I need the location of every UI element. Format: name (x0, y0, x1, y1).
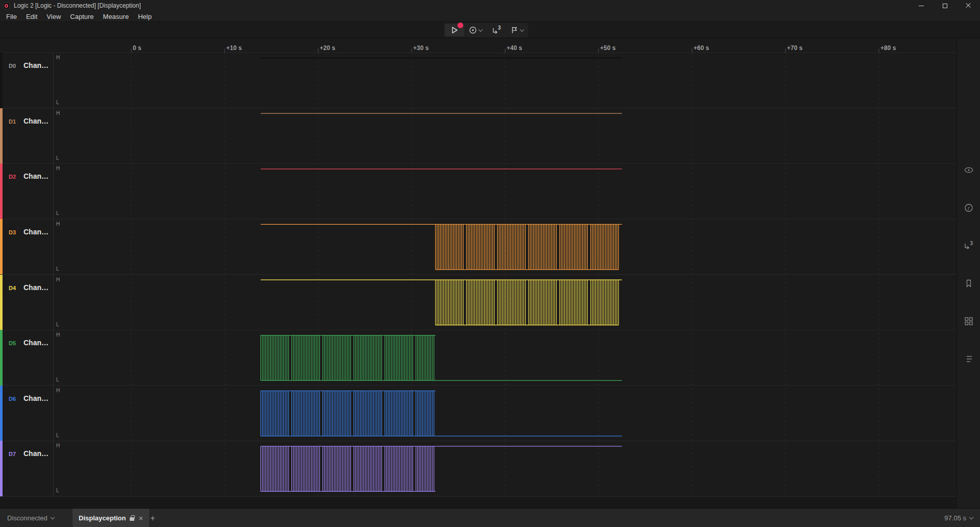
notes-list-icon[interactable] (963, 353, 974, 365)
capture-duration-dropdown[interactable]: 97.05 s (944, 509, 973, 527)
new-tab-button[interactable]: + (146, 509, 159, 527)
timeline-tick-label: 0 s (133, 44, 141, 52)
capture-duration-label: 97.05 s (944, 514, 966, 522)
close-icon (965, 3, 971, 9)
waveform-d3 (261, 224, 622, 270)
analyzers-icon[interactable]: 3 (963, 240, 974, 251)
menu-file[interactable]: File (2, 11, 21, 22)
start-capture-button[interactable] (445, 24, 464, 36)
menu-capture[interactable]: Capture (65, 11, 98, 22)
timeline-tick-label: +70 s (787, 44, 802, 52)
close-button[interactable] (957, 0, 980, 11)
capture-mode-dropdown[interactable] (507, 24, 527, 36)
horizontal-scrollbar[interactable] (0, 496, 957, 508)
record-dot (458, 22, 463, 28)
timeline-tick-label: +10 s (226, 44, 242, 52)
chevron-down-icon (520, 27, 524, 31)
analyzers-icon: 3 (492, 27, 501, 34)
eye-icon[interactable] (963, 164, 974, 176)
app-icon (3, 3, 10, 9)
svg-text:ƒ: ƒ (967, 206, 969, 210)
maximize-icon (943, 4, 947, 8)
maximize-button[interactable] (933, 0, 957, 11)
minimize-button[interactable] (910, 0, 933, 11)
timeline-tick-label: +80 s (880, 44, 896, 52)
chevron-down-icon (479, 27, 483, 31)
tab-close-button[interactable]: × (138, 514, 143, 522)
device-dropdown[interactable] (465, 24, 486, 36)
device-status-dropdown[interactable]: Disconnected (7, 509, 54, 527)
timeline-tick-label: +20 s (320, 44, 335, 52)
toolbar: 3 (0, 22, 980, 38)
timeline-tick-label: +40 s (507, 44, 522, 52)
timeline-tick-label: +30 s (413, 44, 428, 52)
waveform-d5 (261, 336, 622, 381)
waveform-canvas[interactable] (0, 53, 957, 496)
window-controls (910, 0, 980, 11)
menu-measure[interactable]: Measure (99, 11, 134, 22)
flag-icon (511, 26, 518, 34)
device-circle-icon (469, 26, 477, 34)
statusbar: Disconnected Displayception × + 97.05 s (0, 508, 980, 527)
minimize-icon (919, 6, 924, 6)
menubar: FileEditViewCaptureMeasureHelp (0, 11, 980, 22)
menu-view[interactable]: View (42, 11, 65, 22)
waveform-d7 (261, 446, 622, 492)
menu-edit[interactable]: Edit (21, 11, 42, 22)
waveform-d6 (261, 391, 622, 436)
window-title: Logic 2 [Logic - Disconnected] [Displayc… (14, 2, 141, 9)
extensions-grid-icon[interactable] (963, 316, 974, 327)
timeline-tick-label: +60 s (694, 44, 709, 52)
timeline-tick-label: +50 s (600, 44, 615, 52)
chevron-down-icon (969, 515, 973, 519)
timeline-ruler[interactable]: 0 s+10 s+20 s+30 s+40 s+50 s+60 s+70 s+8… (0, 38, 957, 53)
menu-help[interactable]: Help (133, 11, 156, 22)
tab-title: Displayception (79, 514, 126, 522)
waveform-d4 (261, 280, 622, 325)
device-status-label: Disconnected (7, 514, 47, 522)
capture-toolbar-group: 3 (444, 23, 528, 37)
tab-displayception[interactable]: Displayception × (73, 509, 149, 527)
analyzers-button[interactable]: 3 (487, 24, 506, 36)
right-sidebar: ƒ 3 (957, 38, 980, 508)
titlebar: Logic 2 [Logic - Disconnected] [Displayc… (0, 0, 980, 11)
lock-icon (130, 517, 134, 521)
bookmark-icon[interactable] (963, 278, 974, 289)
play-icon (450, 26, 459, 34)
logic2-app-window: Logic 2 [Logic - Disconnected] [Displayc… (0, 0, 980, 527)
function-circle-icon[interactable]: ƒ (963, 202, 974, 213)
chevron-down-icon (51, 515, 55, 519)
